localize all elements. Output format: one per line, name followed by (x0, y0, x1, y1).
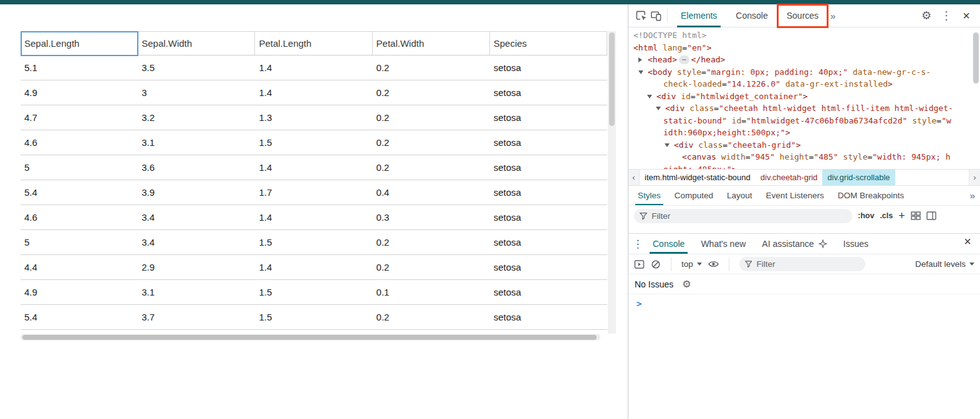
tab-elements[interactable]: Elements (671, 4, 726, 27)
console-sidebar-icon[interactable] (634, 259, 645, 269)
collapse-arrow-icon[interactable] (647, 90, 656, 103)
breadcrumb-item-cheetah-grid[interactable]: div.cheetah-grid (756, 170, 823, 185)
table-cell[interactable]: 3 (138, 80, 255, 105)
collapse-arrow-icon[interactable] (638, 66, 648, 79)
table-cell[interactable]: 0.2 (373, 255, 490, 279)
close-drawer-icon[interactable]: × (960, 234, 975, 249)
computed-styles-sidebar-icon[interactable] (926, 211, 936, 220)
table-cell[interactable]: 4.7 (21, 105, 138, 130)
dom-tree-node[interactable]: <!DOCTYPE html> (628, 29, 980, 42)
table-cell[interactable]: 3.4 (138, 205, 255, 229)
table-cell[interactable]: 1.5 (255, 305, 372, 329)
table-cell[interactable]: setosa (490, 205, 607, 229)
breadcrumb-item-widget[interactable]: item.html-widget-static-bound (640, 170, 756, 185)
table-cell[interactable]: setosa (490, 80, 607, 105)
drawer-tab-ai-assistance[interactable]: AI assistance (754, 234, 835, 254)
dom-tree-node[interactable]: static-bound" id="htmlwidget-47c06bf0ba6… (628, 115, 980, 127)
column-header-species[interactable]: Species (490, 32, 607, 55)
tab-event-listeners[interactable]: Event Listeners (759, 186, 831, 205)
drawer-tab-issues[interactable]: Issues (835, 234, 877, 254)
table-cell[interactable]: 4.9 (21, 280, 138, 304)
column-header-sepal-length[interactable]: Sepal.Length (21, 32, 138, 55)
table-cell[interactable]: 0.2 (373, 55, 490, 80)
dom-tree-node[interactable]: check-loaded="14.1226.0" data-gr-ext-ins… (628, 78, 980, 90)
table-cell[interactable]: setosa (490, 180, 607, 205)
vertical-scrollbar[interactable] (608, 31, 616, 334)
issues-settings-gear-icon[interactable]: ⚙ (682, 279, 691, 289)
console-filter-input[interactable] (756, 259, 859, 269)
horizontal-scrollbar[interactable] (21, 334, 600, 340)
table-cell[interactable]: 5.1 (21, 55, 138, 80)
table-cell[interactable]: 0.2 (373, 230, 490, 254)
table-cell[interactable]: 3.2 (138, 105, 255, 130)
dom-tree-node[interactable]: <div class="cheetah html-widget html-fil… (628, 102, 980, 115)
kebab-menu-icon[interactable]: ⋮ (939, 8, 954, 23)
rendering-emulations-icon[interactable] (911, 211, 921, 220)
table-cell[interactable]: setosa (490, 55, 607, 80)
table-cell[interactable]: 0.3 (373, 205, 490, 229)
breadcrumb-scroll-right-icon[interactable]: › (969, 170, 980, 185)
tab-computed[interactable]: Computed (668, 186, 720, 205)
table-cell[interactable]: 1.4 (255, 55, 372, 80)
expand-inline-button[interactable]: ⋯ (679, 55, 689, 64)
tab-console[interactable]: Console (726, 4, 777, 27)
toggle-element-state-button[interactable]: :hov (858, 211, 874, 220)
console-prompt-row[interactable]: > (628, 294, 980, 313)
column-header-petal-width[interactable]: Petal.Width (373, 32, 490, 55)
table-cell[interactable]: 1.4 (255, 255, 372, 279)
table-cell[interactable]: 3.9 (138, 180, 255, 205)
column-header-petal-length[interactable]: Petal.Length (255, 32, 372, 55)
expand-arrow-icon[interactable] (638, 54, 648, 66)
column-header-sepal-width[interactable]: Sepal.Width (138, 32, 255, 55)
styles-filter-input[interactable] (651, 211, 847, 221)
breadcrumb-item-grid-scrollable[interactable]: div.grid-scrollable (822, 170, 895, 185)
table-cell[interactable]: 0.2 (373, 105, 490, 130)
table-cell[interactable]: 3.5 (138, 55, 255, 80)
table-cell[interactable]: setosa (490, 105, 607, 130)
table-cell[interactable]: 1.5 (255, 280, 372, 304)
dom-tree-node[interactable]: <body style="margin: 0px; padding: 40px;… (628, 66, 980, 79)
collapse-arrow-icon[interactable] (656, 102, 665, 115)
drawer-kebab-menu-icon[interactable]: ⋮ (631, 234, 645, 254)
dom-tree-node[interactable]: idth:960px;height:500px;"> (628, 127, 980, 139)
table-cell[interactable]: 3.1 (138, 280, 255, 304)
collapse-arrow-icon[interactable] (665, 139, 674, 152)
table-cell[interactable]: 0.2 (373, 80, 490, 105)
more-tabs-icon[interactable]: » (828, 11, 837, 21)
elements-scrollbar-thumb[interactable] (973, 32, 979, 84)
inspect-element-icon[interactable] (633, 8, 648, 23)
close-devtools-icon[interactable]: × (959, 8, 974, 23)
table-cell[interactable]: 1.4 (255, 80, 372, 105)
table-cell[interactable]: 3.6 (138, 155, 255, 180)
console-filter-field[interactable] (739, 257, 865, 271)
table-cell[interactable]: 4.4 (21, 255, 138, 279)
dom-tree-node[interactable]: <canvas width="945" height="485" style="… (628, 151, 980, 163)
new-style-rule-button[interactable]: + (898, 210, 905, 221)
context-selector-top[interactable]: top (681, 259, 702, 269)
drawer-tab-whats-new[interactable]: What's new (693, 234, 754, 254)
table-cell[interactable]: 4.6 (21, 205, 138, 229)
table-cell[interactable]: setosa (490, 130, 607, 155)
horizontal-scrollbar-thumb[interactable] (22, 335, 597, 340)
tab-styles[interactable]: Styles (631, 186, 668, 205)
table-cell[interactable]: 0.1 (373, 280, 490, 304)
dom-tree-node[interactable]: <div id="htmlwidget_container"> (628, 90, 980, 103)
tab-layout[interactable]: Layout (720, 186, 759, 205)
dom-tree-node[interactable]: eight: 485px;"> (628, 163, 980, 170)
table-cell[interactable]: 5 (21, 155, 138, 180)
table-cell[interactable]: 0.4 (373, 180, 490, 205)
log-levels-selector[interactable]: Default levels (915, 259, 974, 269)
clear-console-icon[interactable] (651, 259, 661, 269)
table-cell[interactable]: 3.7 (138, 305, 255, 329)
table-cell[interactable]: 4.6 (21, 130, 138, 155)
table-cell[interactable]: 1.4 (255, 205, 372, 229)
table-cell[interactable]: 0.2 (373, 130, 490, 155)
table-cell[interactable]: 3.4 (138, 230, 255, 254)
table-cell[interactable]: setosa (490, 155, 607, 180)
table-cell[interactable]: 1.5 (255, 230, 372, 254)
device-toolbar-icon[interactable] (648, 8, 663, 23)
table-cell[interactable]: setosa (490, 230, 607, 254)
table-cell[interactable]: 1.4 (255, 155, 372, 180)
styles-filter-field[interactable] (634, 209, 852, 223)
table-cell[interactable]: 5.4 (21, 305, 138, 329)
